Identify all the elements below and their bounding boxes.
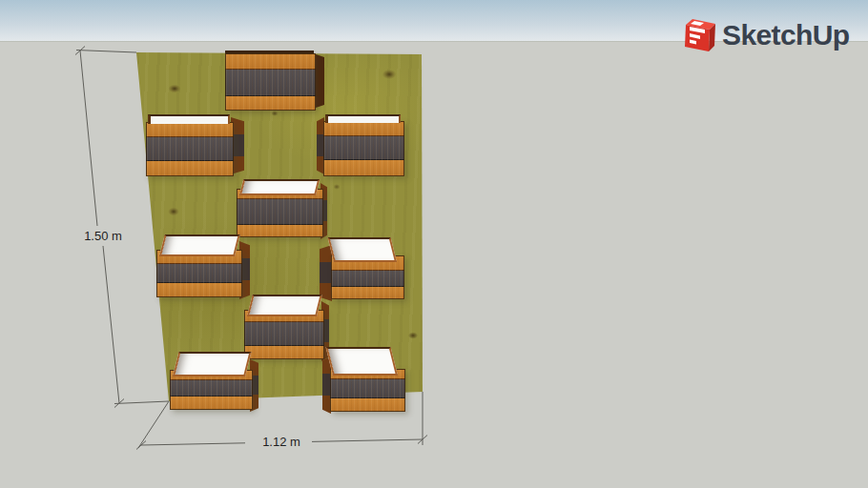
planters-layer: [0, 0, 868, 488]
planter-box: [322, 346, 404, 417]
planter-front-face: [146, 122, 234, 176]
sketchup-logo[interactable]: SketchUp: [685, 18, 850, 52]
planter-top-opening: [247, 295, 322, 316]
planter-top-opening: [159, 234, 240, 256]
model-viewport[interactable]: 1.50 m 1.12 m SketchUp: [0, 0, 868, 488]
dimension-width-label: 1.12 m: [253, 435, 310, 449]
planter-top-opening: [239, 179, 320, 195]
planter-top-opening: [325, 114, 401, 123]
planter-front-face: [323, 121, 404, 176]
planter-box: [170, 351, 259, 416]
planter-top-opening: [326, 347, 398, 376]
planter-box: [146, 114, 245, 182]
planter-front-face: [156, 250, 242, 297]
planter-top-opening: [148, 114, 230, 124]
dimension-height-label: 1.50 m: [76, 229, 130, 243]
planter-front-face: [225, 53, 316, 111]
planter-front-face: [237, 189, 323, 237]
sketchup-logo-text: SketchUp: [722, 18, 850, 52]
planter-box: [156, 234, 251, 303]
sketchup-logo-icon: [685, 18, 717, 52]
planter-top-edge: [225, 51, 314, 53]
planter-top-opening: [328, 237, 397, 262]
planter-box: [320, 236, 403, 305]
planter-top-opening: [173, 352, 251, 376]
planter-box: [317, 114, 403, 182]
planter-box: [225, 51, 325, 116]
